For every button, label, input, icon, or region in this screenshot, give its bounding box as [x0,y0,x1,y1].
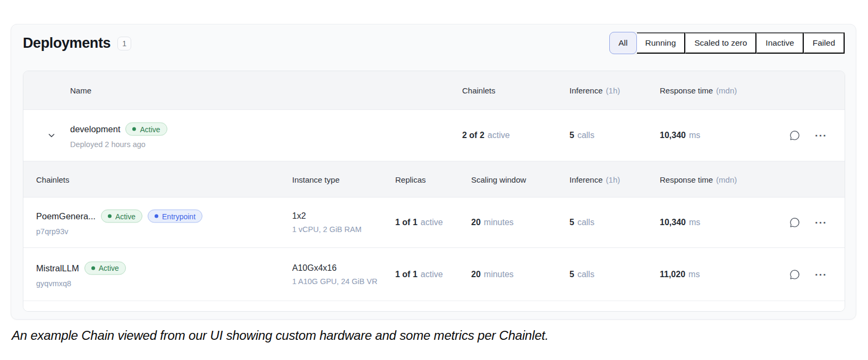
entrypoint-badge-label: Entrypoint [162,212,195,220]
inference-count-label: calls [577,218,594,227]
inference-count-label: calls [577,131,594,140]
response-time-unit: ms [688,270,700,279]
column-header-instance-type: Instance type [292,175,339,184]
deployments-count-badge: 1 [117,37,131,50]
ellipsis-icon: ··· [815,268,827,280]
table-bottom-padding [23,301,845,312]
column-header-chainlets: Chainlets [462,86,496,95]
active-dot-icon [132,127,136,131]
inference-count: 5 [569,270,574,279]
instance-type-detail: 1 vCPU, 2 GiB RAM [292,225,362,234]
chat-bubble-icon [789,269,801,280]
chainlet-id: p7qrp93v [36,227,202,236]
filter-tab-all[interactable]: All [609,32,636,54]
response-time-value: 10,340 [660,131,686,140]
status-badge-label: Active [99,264,119,272]
chainlet-name: MistralLLM [36,263,79,273]
response-time-value: 10,340 [660,218,686,227]
chainlet-id: gyqvmxq8 [36,279,126,287]
status-badge-label: Active [115,212,135,220]
response-time-unit: ms [689,218,700,227]
replicas-label: active [421,218,443,227]
inference-count-label: calls [577,270,594,279]
column-header-chainlets-sub: Chainlets [36,175,70,184]
row-menu-button[interactable]: ··· [813,127,829,144]
scaling-window-value: 20 [471,218,481,227]
chainlet-row-poemgenerator[interactable]: PoemGenera... Active Entrypoint p7qrp93v [23,198,845,248]
card-header: Deployments 1 [23,35,131,52]
chat-bubble-icon [789,130,801,141]
chainlet-name: PoemGenera... [36,211,96,221]
scaling-window-unit: minutes [484,270,514,279]
deployments-table: Name Chainlets Inference (1h) Response t… [23,71,845,312]
chevron-down-icon [47,131,56,140]
replicas-value: 1 of 1 [395,218,418,227]
deployment-name: development [70,124,120,134]
chainlets-count: 2 of 2 [462,131,484,140]
entrypoint-badge: Entrypoint [148,210,202,223]
status-badge: Active [101,210,142,223]
replicas-value: 1 of 1 [395,270,418,279]
entrypoint-dot-icon [155,215,158,218]
column-header-inference-sub: Inference [569,175,603,184]
filter-tab-failed[interactable]: Failed [804,32,845,54]
ellipsis-icon: ··· [815,217,827,229]
column-header-scaling-window: Scaling window [471,175,526,184]
column-header-inference-window: (1h) [606,86,620,95]
instance-type-detail: 1 A10G GPU, 24 GiB VR [292,277,377,286]
response-time-unit: ms [689,131,700,140]
main-table-header: Name Chainlets Inference (1h) Response t… [23,71,845,110]
chat-bubble-icon [789,217,801,228]
row-menu-button[interactable]: ··· [813,215,829,231]
filter-tabs: All Running Scaled to zero Inactive Fail… [609,32,845,54]
deployed-time: Deployed 2 hours ago [70,140,167,149]
status-badge: Active [84,261,126,275]
status-badge-label: Active [140,125,160,133]
row-menu-button[interactable]: ··· [813,266,829,282]
collapse-row-button[interactable] [45,129,58,142]
filter-tab-scaled-to-zero[interactable]: Scaled to zero [685,32,756,54]
logs-chat-button[interactable] [787,267,803,282]
deployments-card: Deployments 1 All Running Scaled to zero… [11,24,856,320]
status-badge: Active [125,123,167,136]
active-dot-icon [108,215,112,218]
column-header-inference: Inference [569,86,603,95]
active-dot-icon [91,266,95,270]
chainlets-count-label: active [488,131,510,140]
scaling-window-value: 20 [471,270,481,279]
column-header-inference-sub-window: (1h) [606,175,620,184]
column-header-response-time-sub: Response time [660,175,713,184]
deployment-row[interactable]: development Active Deployed 2 hours ago … [23,110,845,161]
column-header-response-time: Response time [660,86,713,95]
scaling-window-unit: minutes [484,218,514,227]
column-header-response-time-window: (mdn) [716,86,737,95]
inference-count: 5 [569,131,574,140]
instance-type-value: 1x2 [292,211,362,221]
inference-count: 5 [569,218,574,227]
chainlet-row-mistralllm[interactable]: MistralLLM Active gyqvmxq8 A10Gx4x16 1 A… [23,248,845,301]
replicas-label: active [421,270,443,279]
page-title: Deployments [23,35,110,52]
chainlet-table-header: Chainlets Instance type Replicas Scaling… [23,161,845,198]
logs-chat-button[interactable] [787,127,803,143]
filter-tab-inactive[interactable]: Inactive [756,32,803,54]
column-header-response-time-sub-window: (mdn) [716,175,737,184]
column-header-name: Name [70,86,91,95]
figure-caption: An example Chain viewed from our UI show… [12,328,548,343]
ellipsis-icon: ··· [815,130,827,142]
filter-tab-running[interactable]: Running [637,32,686,54]
response-time-value: 11,020 [660,270,685,279]
logs-chat-button[interactable] [787,215,803,230]
column-header-replicas: Replicas [395,175,426,184]
instance-type-value: A10Gx4x16 [292,263,377,273]
